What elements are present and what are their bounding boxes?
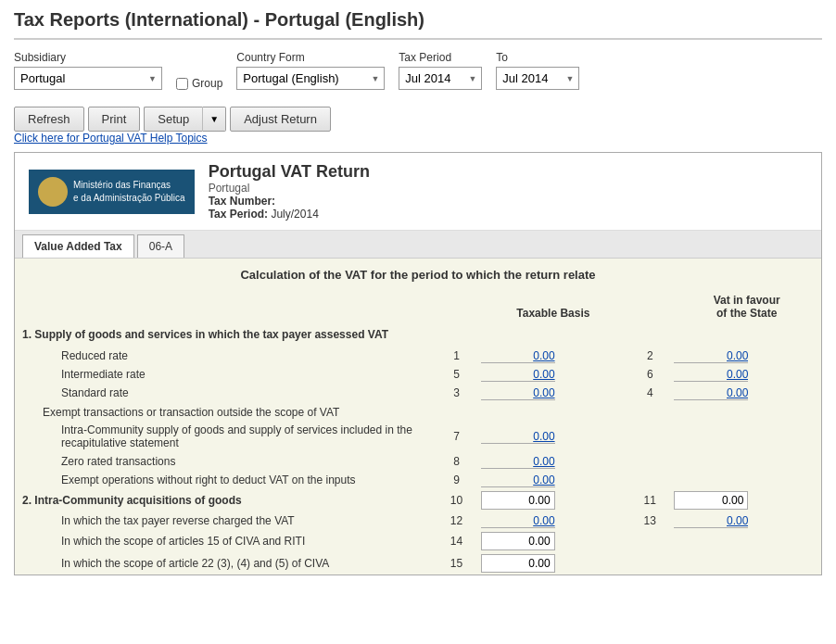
col-vat-favour-header: Vat in favour of the State xyxy=(672,291,821,322)
row-val1-cell xyxy=(479,347,628,365)
row-label: Zero rated transactions xyxy=(15,452,434,471)
row-num1: 10 xyxy=(434,489,478,511)
to-select[interactable]: Jul 2014 xyxy=(496,67,579,90)
tab-vat[interactable]: Value Added Tax xyxy=(22,234,134,258)
adjust-return-button[interactable]: Adjust Return xyxy=(230,107,331,132)
country-form-select-wrapper: Portugal (English) xyxy=(236,67,385,90)
row-val1-cell xyxy=(479,489,628,511)
row-val2-cell xyxy=(672,471,821,489)
row-num1: 1 xyxy=(434,347,478,365)
taxable-input[interactable] xyxy=(481,368,555,382)
row-val1-cell xyxy=(479,365,628,384)
row-val1-cell xyxy=(479,384,628,402)
ministry-text: Ministério das Finanças e da Administraç… xyxy=(73,179,185,205)
col-vat-favour-line2: of the State xyxy=(716,307,777,320)
vat-table: Taxable Basis Vat in favour of the State… xyxy=(15,291,821,575)
taxable-input[interactable] xyxy=(481,349,555,363)
report-container: Ministério das Finanças e da Administraç… xyxy=(14,152,822,575)
table-row: 2. Intra-Community acquisitions of goods… xyxy=(15,489,821,511)
table-row: 1. Supply of goods and services in which… xyxy=(15,322,821,347)
vat-input[interactable] xyxy=(674,491,748,510)
tax-number-line: Tax Number: xyxy=(209,195,370,208)
row-num1: 12 xyxy=(434,511,478,530)
row-label: 2. Intra-Community acquisitions of goods xyxy=(15,489,434,511)
tax-period-select[interactable]: Jul 2014 xyxy=(399,67,482,90)
col-vat-favour-line1: Vat in favour xyxy=(714,294,780,307)
group-checkbox[interactable] xyxy=(176,78,188,90)
row-val2-cell xyxy=(672,552,821,575)
taxable-input[interactable] xyxy=(481,532,555,550)
subsidiary-field-group: Subsidiary Portugal xyxy=(14,51,162,90)
vat-return-title: Portugal VAT Return xyxy=(209,162,370,182)
report-header: Ministério das Finanças e da Administraç… xyxy=(15,153,821,231)
action-buttons: Refresh Print Setup ▼ Adjust Return xyxy=(14,107,822,132)
row-num1: 3 xyxy=(434,384,478,402)
refresh-button[interactable]: Refresh xyxy=(14,107,84,132)
page-container: Tax Reports (International) - Portugal (… xyxy=(0,0,836,585)
row-val2-cell xyxy=(672,452,821,471)
row-label: In which the scope of article 22 (3), (4… xyxy=(15,552,434,575)
to-field-group: To Jul 2014 xyxy=(496,51,579,90)
tax-number-label: Tax Number: xyxy=(209,195,275,208)
vat-input[interactable] xyxy=(674,514,748,528)
table-row: Intra-Community supply of goods and supp… xyxy=(15,421,821,452)
row-num1: 15 xyxy=(434,552,478,575)
tab-06a[interactable]: 06-A xyxy=(137,234,184,258)
report-subtitle: Portugal xyxy=(209,182,370,195)
row-num1: 5 xyxy=(434,365,478,384)
tax-period-detail-value: July/2014 xyxy=(271,208,318,221)
taxable-input[interactable] xyxy=(481,455,555,469)
report-body: Calculation of the VAT for the period to… xyxy=(15,259,821,575)
row-label: In which the scope of articles 15 of CIV… xyxy=(15,530,434,552)
row-val2-cell xyxy=(672,384,821,402)
vat-input[interactable] xyxy=(674,386,748,400)
setup-button-split: Setup ▼ xyxy=(144,107,226,132)
tab-vat-label: Value Added Tax xyxy=(34,240,122,253)
vat-table-body: 1. Supply of goods and services in which… xyxy=(15,322,821,575)
sub-header-label: Exempt transactions or transaction outsi… xyxy=(15,402,821,421)
ministry-emblem-icon xyxy=(38,177,68,207)
taxable-input[interactable] xyxy=(481,430,555,444)
row-label: Standard rate xyxy=(15,384,434,402)
table-row: In which the scope of article 22 (3), (4… xyxy=(15,552,821,575)
taxable-input[interactable] xyxy=(481,491,555,510)
row-label: Reduced rate xyxy=(15,347,434,365)
section-heading: Calculation of the VAT for the period to… xyxy=(15,259,821,291)
taxable-input[interactable] xyxy=(481,554,555,573)
row-num2 xyxy=(627,421,672,452)
group-checkbox-wrapper: Group xyxy=(176,77,222,90)
row-val2-cell xyxy=(672,530,821,552)
row-num1: 14 xyxy=(434,530,478,552)
row-label: Intra-Community supply of goods and supp… xyxy=(15,421,434,452)
row-num2: 2 xyxy=(627,347,672,365)
setup-dropdown-arrow[interactable]: ▼ xyxy=(202,107,226,132)
tax-period-line: Tax Period: July/2014 xyxy=(209,208,370,221)
row-val1-cell xyxy=(479,421,628,452)
row-val1-cell xyxy=(479,530,628,552)
row-num2: 13 xyxy=(627,511,672,530)
subsidiary-select[interactable]: Portugal xyxy=(14,67,162,90)
toolbar-row: Subsidiary Portugal Group Country Form P… xyxy=(14,51,822,90)
row-val2-cell xyxy=(672,489,821,511)
section-1-label: 1. Supply of goods and services in which… xyxy=(15,322,821,347)
print-button[interactable]: Print xyxy=(88,107,141,132)
to-select-wrapper: Jul 2014 xyxy=(496,67,579,90)
vat-input[interactable] xyxy=(674,349,748,363)
taxable-input[interactable] xyxy=(481,514,555,528)
col-num2-header xyxy=(627,291,672,322)
row-val1-cell xyxy=(479,511,628,530)
country-form-select[interactable]: Portugal (English) xyxy=(236,67,385,90)
row-num1: 7 xyxy=(434,421,478,452)
col-header-row: Taxable Basis Vat in favour of the State xyxy=(15,291,821,322)
setup-button[interactable]: Setup xyxy=(144,107,202,132)
country-form-field-group: Country Form Portugal (English) xyxy=(236,51,385,90)
table-row: Exempt operations without right to deduc… xyxy=(15,471,821,489)
taxable-input[interactable] xyxy=(481,386,555,400)
tax-period-select-wrapper: Jul 2014 xyxy=(399,67,482,90)
row-label: Exempt operations without right to deduc… xyxy=(15,471,434,489)
help-link[interactable]: Click here for Portugal VAT Help Topics xyxy=(14,132,822,145)
tab-06a-label: 06-A xyxy=(149,240,172,253)
table-row: Reduced rate 1 2 xyxy=(15,347,821,365)
taxable-input[interactable] xyxy=(481,474,555,487)
vat-input[interactable] xyxy=(674,368,748,382)
